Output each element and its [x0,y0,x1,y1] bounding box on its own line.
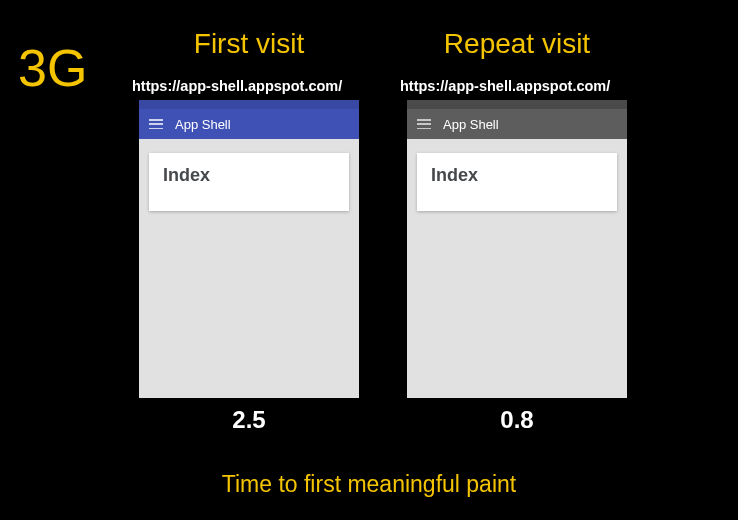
app-bar: App Shell [139,109,359,139]
first-visit-title: First visit [194,28,304,60]
status-bar [407,100,627,109]
comparison-columns: First visit https://app-shell.appspot.co… [130,28,636,434]
content-card: Index [149,153,349,211]
repeat-visit-timing: 0.8 [500,406,533,434]
content-card: Index [417,153,617,211]
app-bar-title: App Shell [443,117,499,132]
hamburger-icon [149,119,163,129]
app-body: Index [407,139,627,398]
app-body: Index [139,139,359,398]
hamburger-icon [417,119,431,129]
repeat-visit-screenshot: App Shell Index [407,100,627,398]
status-bar [139,100,359,109]
app-bar: App Shell [407,109,627,139]
first-visit-screenshot: App Shell Index [139,100,359,398]
repeat-visit-url: https://app-shell.appspot.com/ [398,78,610,94]
card-title: Index [431,165,603,186]
repeat-visit-column: Repeat visit https://app-shell.appspot.c… [398,28,636,434]
network-label: 3G [18,38,87,98]
app-bar-title: App Shell [175,117,231,132]
repeat-visit-title: Repeat visit [444,28,590,60]
first-visit-url: https://app-shell.appspot.com/ [130,78,342,94]
slide-caption: Time to first meaningful paint [0,471,738,498]
card-title: Index [163,165,335,186]
first-visit-timing: 2.5 [232,406,265,434]
first-visit-column: First visit https://app-shell.appspot.co… [130,28,368,434]
